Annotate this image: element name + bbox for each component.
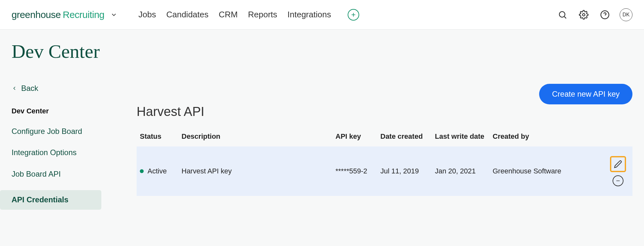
- nav-reports[interactable]: Reports: [248, 10, 277, 20]
- sidebar-heading: Dev Center: [12, 107, 114, 115]
- help-button[interactable]: [598, 8, 611, 21]
- plus-icon: [350, 12, 357, 18]
- help-icon: [600, 10, 610, 20]
- cell-api-key: *****559-2: [332, 146, 377, 196]
- edit-button[interactable]: [610, 156, 626, 172]
- cell-last-write: Jan 20, 2021: [432, 146, 489, 196]
- main-content: Create new API key Harvest API Status De…: [114, 84, 632, 210]
- chevron-left-icon: [12, 85, 17, 91]
- th-description: Description: [178, 127, 332, 146]
- topbar-utilities: DK: [556, 8, 632, 21]
- th-date-created: Date created: [377, 127, 432, 146]
- status-text: Active: [148, 167, 167, 175]
- section-title: Harvest API: [137, 104, 632, 119]
- avatar-initials: DK: [623, 12, 630, 18]
- th-status: Status: [137, 127, 178, 146]
- page-title: Dev Center: [12, 40, 632, 63]
- primary-nav: Jobs Candidates CRM Reports Integrations: [139, 10, 331, 20]
- search-icon: [558, 10, 567, 20]
- minus-icon: [615, 178, 621, 184]
- create-api-key-button[interactable]: Create new API key: [539, 84, 632, 104]
- sidebar-item-job-board-api[interactable]: Job Board API: [12, 169, 114, 179]
- status-cell: Active: [140, 167, 175, 175]
- cell-created-by: Greenhouse Software: [489, 146, 604, 196]
- sidebar: Back Dev Center Configure Job Board Inte…: [12, 84, 114, 210]
- nav-integrations[interactable]: Integrations: [287, 10, 331, 20]
- remove-button[interactable]: [613, 175, 623, 186]
- status-dot-icon: [140, 169, 144, 173]
- brand-switcher[interactable]: greenhouse Recruiting: [12, 9, 117, 20]
- svg-point-4: [582, 13, 585, 16]
- chevron-down-icon: [110, 11, 117, 18]
- sidebar-item-api-credentials[interactable]: API Credentials: [0, 190, 101, 209]
- gear-icon: [579, 10, 589, 20]
- nav-crm[interactable]: CRM: [219, 10, 238, 20]
- top-navbar: greenhouse Recruiting Jobs Candidates CR…: [0, 0, 644, 30]
- cell-description: Harvest API key: [178, 146, 332, 196]
- search-button[interactable]: [556, 8, 569, 21]
- th-api-key: API key: [332, 127, 377, 146]
- sidebar-item-integration-options[interactable]: Integration Options: [12, 147, 114, 158]
- table-header-row: Status Description API key Date created …: [137, 127, 632, 146]
- back-link[interactable]: Back: [12, 84, 114, 93]
- th-created-by: Created by: [489, 127, 604, 146]
- cell-date-created: Jul 11, 2019: [377, 146, 432, 196]
- svg-line-3: [564, 16, 566, 18]
- settings-button[interactable]: [577, 8, 590, 21]
- api-keys-table: Status Description API key Date created …: [137, 127, 632, 196]
- table-row: Active Harvest API key *****559-2 Jul 11…: [137, 146, 632, 196]
- nav-jobs[interactable]: Jobs: [139, 10, 156, 20]
- add-button[interactable]: [348, 9, 359, 21]
- brand-word-2: Recruiting: [63, 9, 104, 20]
- brand-word-1: greenhouse: [12, 9, 61, 20]
- avatar[interactable]: DK: [620, 8, 632, 21]
- back-label: Back: [21, 84, 38, 93]
- row-actions: [607, 156, 629, 186]
- svg-point-2: [559, 12, 565, 17]
- pencil-icon: [614, 160, 622, 168]
- nav-candidates[interactable]: Candidates: [166, 10, 208, 20]
- th-last-write: Last write date: [432, 127, 489, 146]
- sidebar-item-configure-job-board[interactable]: Configure Job Board: [12, 126, 114, 136]
